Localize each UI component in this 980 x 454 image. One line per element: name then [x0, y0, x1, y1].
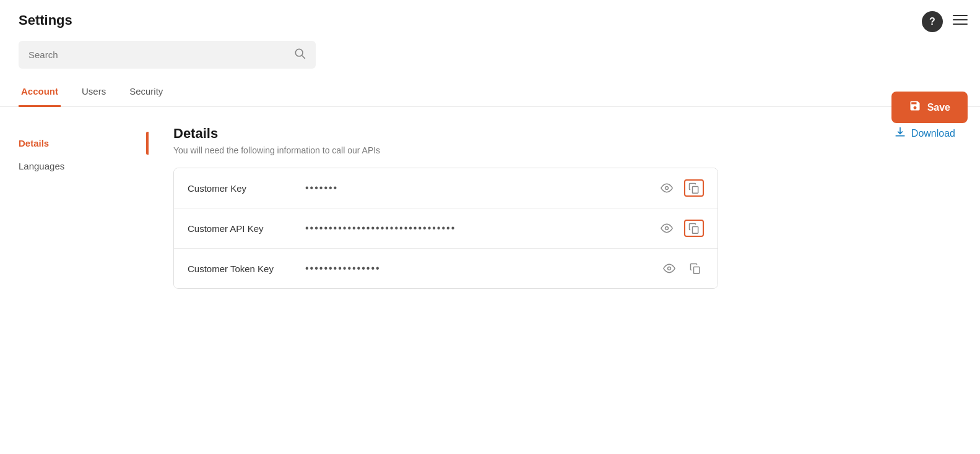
- svg-line-1: [302, 56, 305, 59]
- key-label-customer-api-key: Customer API Key: [188, 223, 293, 234]
- copy-customer-api-key[interactable]: [684, 220, 704, 237]
- main-content: Details Languages Details Download You w…: [0, 107, 980, 307]
- menu-bar-2: [953, 19, 968, 20]
- key-label-customer-key: Customer Key: [188, 183, 293, 194]
- details-subtitle: You will need the following information …: [173, 145, 955, 155]
- sidebar-item-languages[interactable]: Languages: [19, 155, 130, 178]
- search-input[interactable]: [28, 49, 287, 60]
- table-row: Customer API Key •••••••••••••••••••••••…: [174, 208, 718, 249]
- table-row: Customer Token Key ••••••••••••••••: [174, 249, 718, 288]
- download-icon: [894, 126, 906, 141]
- key-label-customer-token-key: Customer Token Key: [188, 263, 293, 274]
- page-title: Settings: [19, 12, 72, 28]
- key-value-customer-token-key: ••••••••••••••••: [305, 263, 648, 274]
- key-actions-customer-token-key: [661, 260, 704, 277]
- copy-customer-token-key[interactable]: [687, 260, 704, 277]
- search-icon: [293, 47, 306, 62]
- menu-icon-button[interactable]: [953, 15, 968, 25]
- tabs-section: Account Users Security: [0, 69, 980, 107]
- tabs: Account Users Security: [19, 80, 961, 106]
- toggle-visibility-customer-token-key[interactable]: [661, 260, 678, 277]
- toggle-visibility-customer-api-key[interactable]: [658, 220, 675, 237]
- copy-customer-key[interactable]: [684, 179, 704, 197]
- toggle-visibility-customer-key[interactable]: [658, 179, 675, 197]
- save-icon: [909, 100, 921, 115]
- tab-users[interactable]: Users: [79, 80, 108, 107]
- tab-account[interactable]: Account: [19, 80, 61, 107]
- menu-bar-1: [953, 15, 968, 16]
- page-wrapper: Settings ? Save Account: [0, 0, 980, 454]
- key-actions-customer-key: [658, 179, 704, 197]
- key-value-customer-api-key: ••••••••••••••••••••••••••••••••: [305, 223, 646, 234]
- menu-bar-3: [953, 24, 968, 25]
- key-actions-customer-api-key: [658, 220, 704, 237]
- sidebar: Details Languages: [0, 107, 149, 307]
- keys-table: Customer Key •••••••: [173, 168, 718, 289]
- svg-rect-3: [693, 187, 698, 194]
- top-bar: Settings: [0, 0, 980, 35]
- table-row: Customer Key •••••••: [174, 168, 718, 208]
- tab-security[interactable]: Security: [127, 80, 165, 107]
- save-button[interactable]: Save: [891, 92, 968, 123]
- help-icon-button[interactable]: ?: [922, 11, 943, 32]
- download-label: Download: [911, 128, 955, 139]
- svg-rect-7: [694, 267, 700, 274]
- svg-point-4: [666, 227, 669, 230]
- details-panel: Details Download You will need the follo…: [149, 107, 980, 307]
- sidebar-item-details[interactable]: Details: [19, 132, 130, 155]
- save-label: Save: [927, 102, 950, 113]
- search-section: [0, 35, 980, 69]
- details-header: Details Download: [173, 126, 955, 142]
- svg-rect-5: [693, 227, 698, 234]
- details-title: Details: [173, 126, 218, 142]
- svg-point-6: [668, 267, 671, 270]
- download-button[interactable]: Download: [894, 126, 955, 141]
- key-value-customer-key: •••••••: [305, 182, 646, 194]
- svg-point-2: [666, 187, 669, 190]
- search-bar: [19, 41, 316, 69]
